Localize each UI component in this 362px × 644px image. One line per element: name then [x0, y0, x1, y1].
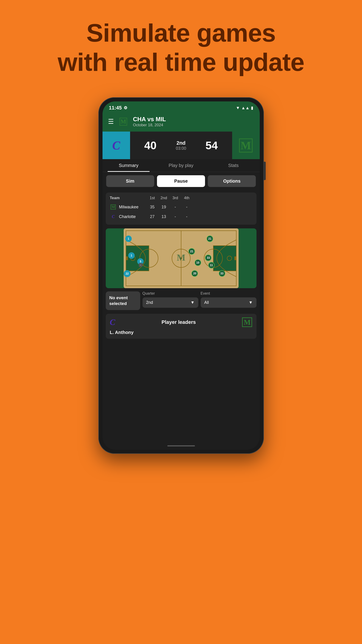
event-label: Event	[201, 292, 257, 296]
status-time: 11:45 ⚙	[109, 105, 127, 111]
team-name-cha: Charlotte	[119, 214, 147, 219]
player-dot-cha-1b: 1	[128, 252, 135, 259]
quarter-filter-group: Quarter 2nd ▼	[142, 292, 198, 310]
charlotte-logo-sb: C	[110, 213, 117, 220]
player-dot-mil-21b: 21	[188, 248, 195, 254]
home-team-logo: M	[232, 132, 260, 159]
col-2nd: 2nd	[158, 196, 170, 200]
game-clock: 2nd 03:00	[176, 140, 186, 151]
charlotte-logo-leaders: C	[110, 318, 115, 327]
controls-row: Sim Pause Options	[102, 172, 260, 190]
svg-text:M: M	[177, 252, 185, 263]
team-name-mil: Milwaukee	[119, 205, 147, 210]
status-bar: 11:45 ⚙ ▼ ▲▲ ▮	[102, 102, 260, 114]
header-team-logo: M	[118, 116, 129, 127]
basketball-court: M 1 1 5 22 - 21 21 10 33 11 20 33	[106, 228, 257, 288]
quarter-select[interactable]: 2nd ▼	[142, 298, 198, 308]
cha-q1: 27	[147, 214, 158, 219]
mil-q2: 19	[158, 205, 170, 210]
home-bar-area	[102, 341, 260, 450]
menu-icon[interactable]: ☰	[108, 118, 114, 125]
scoreboard-header: Team 1st 2nd 3rd 4th	[110, 196, 252, 202]
leader-player-name: L. Anthony	[110, 330, 252, 335]
col-4th: 4th	[181, 196, 193, 200]
mil-q4: -	[181, 205, 193, 210]
player-dot-cha-1a: 1	[125, 236, 132, 242]
phone-side-button	[264, 162, 266, 180]
app-header: ☰ M CHA vs MIL October 18, 2024	[102, 114, 260, 132]
hero-title: Simulate games with real time update	[58, 18, 304, 76]
player-dot-mil-11: 11	[208, 262, 215, 268]
svg-rect-12	[234, 256, 236, 260]
tabs-row: Summary Play by play Stats	[102, 159, 260, 172]
options-button[interactable]: Options	[208, 175, 256, 187]
cha-q4: -	[181, 214, 193, 219]
player-leaders-section: C Player leaders M L. Anthony	[106, 314, 257, 339]
tab-summary[interactable]: Summary	[102, 159, 155, 172]
col-3rd: 3rd	[170, 196, 181, 200]
milwaukee-logo-leaders: M	[242, 318, 252, 326]
home-score: 54	[205, 139, 218, 152]
sim-button[interactable]: Sim	[106, 175, 154, 187]
table-row: M Milwaukee 35 19 - -	[110, 202, 252, 212]
mil-q1: 35	[147, 205, 158, 210]
no-event-box: No event selected	[106, 292, 140, 310]
milwaukee-logo-sb: M	[110, 204, 117, 210]
col-team: Team	[110, 196, 147, 200]
pause-button[interactable]: Pause	[157, 175, 205, 187]
leaders-title: Player leaders	[162, 319, 196, 325]
svg-rect-8	[126, 256, 128, 260]
player-dot-cha-3: -	[139, 263, 142, 267]
battery-icon: ▮	[251, 105, 253, 110]
col-1st: 1st	[147, 196, 158, 200]
phone-device: 11:45 ⚙ ▼ ▲▲ ▮ ☰ M CHA vs MIL October 18…	[98, 97, 264, 454]
tab-play-by-play[interactable]: Play by play	[155, 159, 207, 172]
event-selector: No event selected Quarter 2nd ▼ Event Al…	[106, 292, 257, 310]
tab-stats[interactable]: Stats	[207, 159, 260, 172]
quarter-label: Quarter	[142, 292, 198, 296]
status-icons: ▼ ▲▲ ▮	[236, 105, 253, 110]
player-dot-mil-10: 10	[195, 260, 201, 266]
table-row: C Charlotte 27 13 - -	[110, 212, 252, 222]
signal-icon: ▲▲	[241, 106, 250, 110]
score-center: 40 2nd 03:00 54	[130, 132, 232, 159]
event-filter-group: Event All ▼	[201, 292, 257, 310]
header-info: CHA vs MIL October 18, 2024	[133, 116, 254, 128]
phone-screen: 11:45 ⚙ ▼ ▲▲ ▮ ☰ M CHA vs MIL October 18…	[102, 102, 260, 450]
score-area: C 40 2nd 03:00 54 M	[102, 132, 260, 159]
event-select[interactable]: All ▼	[201, 298, 257, 308]
player-dot-mil-21a: 21	[207, 236, 213, 242]
home-bar	[167, 445, 195, 446]
game-date: October 18, 2024	[133, 123, 254, 128]
leaders-header: C Player leaders M	[110, 318, 252, 327]
chevron-down-icon: ▼	[191, 300, 195, 305]
chevron-down-icon: ▼	[249, 300, 253, 305]
scoreboard: Team 1st 2nd 3rd 4th M Milwaukee 35 19 -…	[106, 192, 257, 225]
cha-q2: 13	[158, 214, 170, 219]
wifi-icon: ▼	[236, 106, 240, 110]
mil-q3: -	[170, 205, 181, 210]
cha-q3: -	[170, 214, 181, 219]
player-dot-mil-33b: 33	[219, 270, 225, 277]
game-title: CHA vs MIL	[133, 116, 254, 123]
away-team-logo: C	[102, 132, 130, 159]
away-score: 40	[144, 139, 157, 152]
